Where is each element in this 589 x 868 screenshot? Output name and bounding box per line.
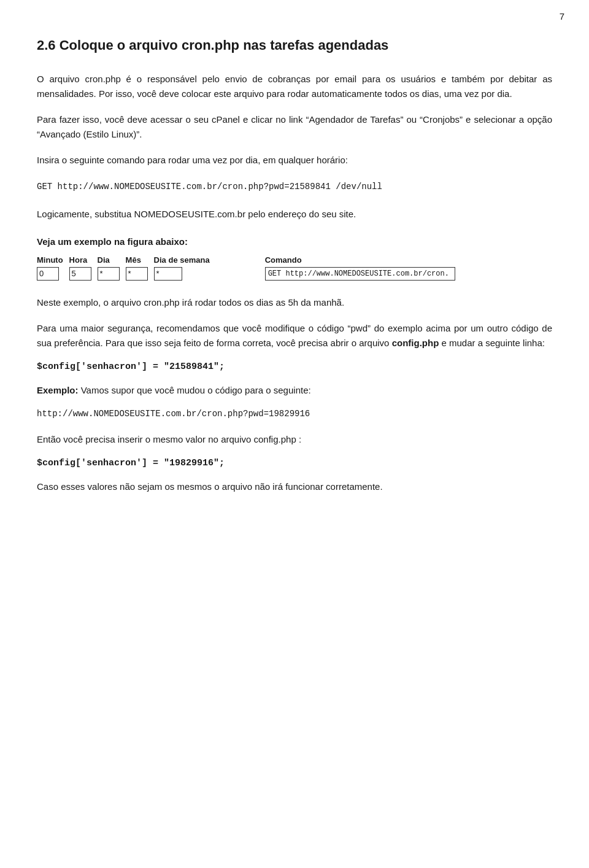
section-title: 2.6 Coloque o arquivo cron.php nas taref… bbox=[37, 37, 552, 55]
paragraph-7: Para uma maior segurança, recomendamos q… bbox=[37, 321, 552, 351]
example-paragraph: Exemplo: Vamos supor que você mudou o có… bbox=[37, 383, 552, 398]
then-text: Então você precisa inserir o mesmo valor… bbox=[37, 432, 552, 447]
figure-label: Veja um exemplo na figura abaixo: bbox=[37, 236, 552, 247]
cron-mes-label: Mês bbox=[126, 255, 141, 265]
command-url-block: GET http://www.NOMEDOSEUSITE.com.br/cron… bbox=[37, 179, 552, 193]
final-paragraph: Caso esses valores não sejam os mesmos o… bbox=[37, 479, 552, 494]
paragraph-7-bold: config.php bbox=[392, 338, 439, 348]
cron-diasemana-label: Dia de semana bbox=[154, 255, 210, 265]
page-number: 7 bbox=[560, 11, 564, 21]
example-url: http://www.NOMEDOSEUSITE.com.br/cron.php… bbox=[37, 409, 552, 419]
cron-comando-input[interactable]: GET http://www.NOMEDOSEUSITE.com.br/cron… bbox=[265, 267, 455, 281]
paragraph-6: Neste exemplo, o arquivo cron.php irá ro… bbox=[37, 295, 552, 310]
cron-diasemana-field: Dia de semana * bbox=[154, 255, 210, 281]
cron-mes-input[interactable]: * bbox=[126, 267, 148, 281]
paragraph-3: Insira o seguinte comando para rodar uma… bbox=[37, 153, 552, 168]
cron-comando-label: Comando bbox=[265, 255, 302, 265]
cron-comando-section: Comando GET http://www.NOMEDOSEUSITE.com… bbox=[265, 255, 455, 281]
cron-hora-input[interactable]: 5 bbox=[69, 267, 91, 281]
cron-dia-input[interactable]: * bbox=[98, 267, 120, 281]
paragraph-1: O arquivo cron.php é o responsável pelo … bbox=[37, 72, 552, 101]
cron-diasemana-input[interactable]: * bbox=[154, 267, 182, 281]
code-block-2: $config['senhacron'] = "19829916"; bbox=[37, 458, 552, 468]
cron-hora-field: Hora 5 bbox=[69, 255, 91, 281]
cron-fields: Minuto 0 Hora 5 Dia * Mês * Dia de seman… bbox=[37, 255, 216, 281]
code-block-1: $config['senhacron'] = "21589841"; bbox=[37, 362, 552, 372]
example-text: Vamos supor que você mudou o código para… bbox=[79, 385, 311, 395]
command-url-text: GET http://www.NOMEDOSEUSITE.com.br/cron… bbox=[37, 182, 382, 192]
cron-table: Minuto 0 Hora 5 Dia * Mês * Dia de seman… bbox=[37, 255, 552, 281]
cron-mes-field: Mês * bbox=[126, 255, 148, 281]
example-label: Exemplo: bbox=[37, 385, 79, 395]
cron-minuto-input[interactable]: 0 bbox=[37, 267, 59, 281]
cron-hora-label: Hora bbox=[69, 255, 88, 265]
cron-minuto-label: Minuto bbox=[37, 255, 63, 265]
cron-dia-field: Dia * bbox=[98, 255, 120, 281]
paragraph-5: Logicamente, substitua NOMEDOSEUSITE.com… bbox=[37, 207, 552, 222]
paragraph-2: Para fazer isso, você deve acessar o seu… bbox=[37, 112, 552, 142]
cron-minuto-field: Minuto 0 bbox=[37, 255, 63, 281]
figure-section: Veja um exemplo na figura abaixo: Minuto… bbox=[37, 236, 552, 281]
cron-dia-label: Dia bbox=[98, 255, 110, 265]
paragraph-7-part2: e mudar a seguinte linha: bbox=[439, 338, 545, 348]
